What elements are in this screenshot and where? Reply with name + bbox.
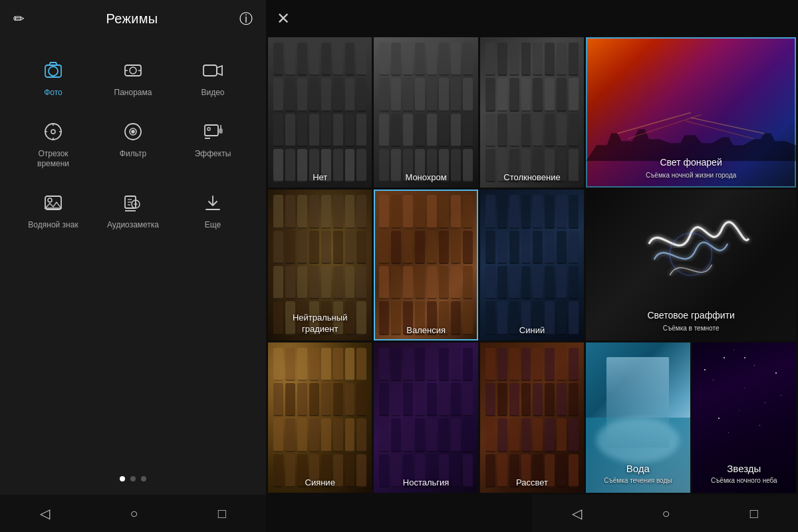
filter-nostalgia-label: Ностальгия <box>374 477 477 487</box>
mode-audio[interactable]: Аудиозаметка <box>93 183 173 237</box>
filter-sunrise-label: Рассвет <box>480 477 584 487</box>
special-city-lights[interactable]: Свет фонарей Съёмка ночной жизни города <box>586 37 796 188</box>
svg-rect-6 <box>203 65 217 76</box>
mode-filter[interactable]: Фильтр <box>93 112 173 176</box>
home-btn-left[interactable]: ○ <box>130 506 138 521</box>
mode-timelapse[interactable]: Отрезок времени <box>13 112 93 176</box>
mode-photo[interactable]: Фото <box>13 51 93 105</box>
mode-video[interactable]: Видео <box>173 51 253 105</box>
mode-panel: Фото Панорама Видео <box>0 37 266 495</box>
info-icon[interactable]: ⓘ <box>239 10 253 28</box>
svg-point-0 <box>49 66 58 76</box>
filter-sunrise[interactable]: Рассвет <box>480 342 584 493</box>
center-nav-bar: ◁ ○ □ <box>532 495 798 532</box>
dot-3[interactable] <box>141 476 146 481</box>
mode-timelapse-label: Отрезок времени <box>37 149 69 170</box>
dot-1[interactable] <box>120 476 125 481</box>
filter-blue-label: Синий <box>480 325 584 335</box>
left-nav-bar: ◁ ○ □ <box>0 495 266 532</box>
mode-panorama-label: Панорама <box>114 88 152 98</box>
filter-mono-label: Монохром <box>374 172 477 182</box>
svg-rect-17 <box>207 128 210 130</box>
filter-valencia[interactable]: Валенсия <box>374 190 477 340</box>
svg-rect-16 <box>205 125 218 136</box>
special-stars-label: Звезды <box>692 463 796 474</box>
close-button[interactable]: ✕ <box>277 11 290 27</box>
pagination-dots <box>120 476 146 488</box>
special-graffiti-label: Световое граффити <box>586 310 796 321</box>
special-city-sublabel: Съёмка ночной жизни города <box>586 171 796 180</box>
mode-effects[interactable]: Эффекты <box>173 112 253 176</box>
mode-watermark-label: Водяной знак <box>28 220 78 231</box>
recent-btn-center[interactable]: □ <box>750 506 758 521</box>
top-bar: ✏ Режимы ⓘ <box>0 0 266 37</box>
svg-point-22 <box>48 198 52 202</box>
svg-line-33 <box>628 114 702 138</box>
filter-collision[interactable]: Столкновение <box>480 37 584 188</box>
mode-watermark[interactable]: Водяной знак <box>13 183 93 237</box>
special-stars-sublabel: Съёмка ночного неба <box>692 476 796 485</box>
filter-collision-label: Столкновение <box>480 172 584 182</box>
svg-point-7 <box>45 124 61 140</box>
mode-more[interactable]: Еще <box>173 183 253 237</box>
special-graffiti-sublabel: Съёмка в темноте <box>586 324 796 332</box>
svg-point-3 <box>130 67 136 74</box>
filter-neutral-label: Нейтральныйградиент <box>268 313 372 335</box>
filter-none-label: Нет <box>268 172 372 182</box>
special-graffiti[interactable]: Световое граффити Съёмка в темноте <box>586 190 796 340</box>
svg-line-34 <box>691 118 765 134</box>
svg-rect-19 <box>219 129 222 133</box>
top-bar-title: Режимы <box>106 11 158 27</box>
filter-grid: Нет Монохром Столкновение <box>266 37 798 495</box>
back-btn-center[interactable]: ◁ <box>572 505 582 521</box>
mode-audio-label: Аудиозаметка <box>107 220 159 231</box>
filter-panel: ✕ Нет Монохром <box>266 0 798 532</box>
svg-point-15 <box>132 130 134 133</box>
filter-valencia-label: Валенсия <box>374 325 477 335</box>
filter-shine-label: Сияние <box>268 477 372 487</box>
filter-blue[interactable]: Синий <box>480 190 584 340</box>
filter-shine[interactable]: Сияние <box>268 342 372 493</box>
back-btn-left[interactable]: ◁ <box>40 505 50 521</box>
special-city-label: Свет фонарей <box>586 157 796 168</box>
home-btn-center[interactable]: ○ <box>662 506 670 521</box>
recent-btn-left[interactable]: □ <box>218 506 226 521</box>
mode-effects-label: Эффекты <box>195 149 231 160</box>
mode-photo-label: Фото <box>44 88 63 98</box>
close-row: ✕ <box>266 0 798 37</box>
special-stars[interactable]: Звезды Съёмка ночного неба <box>692 342 796 493</box>
dot-2[interactable] <box>130 476 136 481</box>
mode-filter-label: Фильтр <box>120 149 146 160</box>
filter-neutral[interactable]: Нейтральныйградиент <box>268 190 372 340</box>
svg-rect-21 <box>45 196 61 209</box>
special-water-label: Вода <box>586 463 690 474</box>
svg-point-8 <box>51 130 55 134</box>
special-water-sublabel: Съёмка течения воды <box>586 476 690 485</box>
filter-none[interactable]: Нет <box>268 37 372 188</box>
mode-video-label: Видео <box>201 88 224 98</box>
pencil-icon[interactable]: ✏ <box>13 11 25 27</box>
svg-point-36 <box>670 233 712 275</box>
mode-panorama[interactable]: Панорама <box>93 51 173 105</box>
mode-grid: Фото Панорама Видео <box>7 51 259 237</box>
special-water[interactable]: Вода Съёмка течения воды <box>586 342 690 493</box>
mode-more-label: Еще <box>205 220 221 231</box>
filter-mono[interactable]: Монохром <box>374 37 477 188</box>
filter-nostalgia[interactable]: Ностальгия <box>374 342 477 493</box>
